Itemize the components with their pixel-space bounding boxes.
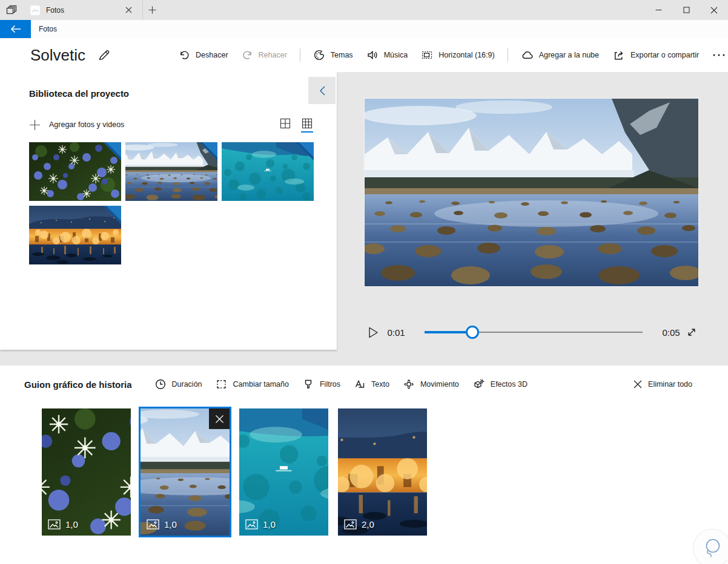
grid-view-large-button[interactable] xyxy=(300,117,314,133)
storyboard-item-harbor[interactable]: 2,0 xyxy=(338,408,427,536)
project-library-panel: Biblioteca del proyecto Agregar fotos y … xyxy=(0,72,337,350)
editor-toolbar: Deshacer Rehacer Temas xyxy=(172,44,728,67)
storyboard-header: Guion gráfico de historia Duración Cambi… xyxy=(0,366,728,403)
more-icon xyxy=(712,53,726,57)
duration-button[interactable]: Duración xyxy=(148,373,209,395)
music-button[interactable]: Música xyxy=(360,44,415,66)
image-icon xyxy=(245,519,258,530)
back-arrow-icon xyxy=(10,25,21,33)
fullscreen-button[interactable] xyxy=(685,324,698,340)
effects-3d-button[interactable]: Efectos 3D xyxy=(466,373,534,396)
navbar: Fotos xyxy=(0,20,728,38)
playback-controls: 0:01 0:05 xyxy=(365,319,698,346)
tab-close-button[interactable] xyxy=(119,0,137,20)
text-button[interactable]: Texto xyxy=(347,373,396,395)
collapse-panel-button[interactable] xyxy=(308,77,336,104)
themes-button[interactable]: Temas xyxy=(306,44,360,66)
storyboard-section: Guion gráfico de historia Duración Cambi… xyxy=(0,366,728,564)
filters-button[interactable]: Filtros xyxy=(296,373,347,395)
fullscreen-icon xyxy=(686,327,697,338)
close-x-icon xyxy=(633,379,643,389)
minimize-button[interactable] xyxy=(644,0,672,20)
item-duration-badge: 1,0 xyxy=(245,519,276,530)
image-icon xyxy=(344,519,357,530)
library-title: Biblioteca del proyecto xyxy=(29,88,337,99)
resize-icon xyxy=(216,378,228,390)
photos-app-icon xyxy=(30,5,40,15)
tab-title: Fotos xyxy=(46,6,113,15)
motion-icon xyxy=(403,378,415,390)
text-icon xyxy=(354,378,366,390)
slider-thumb[interactable] xyxy=(466,326,479,339)
toolbar-right-group: Agregar a la nube Exportar o compartir xyxy=(514,44,728,67)
library-thumbnails xyxy=(29,142,320,264)
storyboard-item-flowers[interactable]: 1,0 xyxy=(42,408,131,536)
storyboard-item-reef[interactable]: 1,0 xyxy=(239,408,328,536)
clock-icon xyxy=(154,378,167,390)
remove-item-button[interactable] xyxy=(209,408,230,429)
titlebar: Fotos xyxy=(0,0,728,20)
storyboard-title: Guion gráfico de historia xyxy=(24,379,132,390)
pencil-icon xyxy=(98,49,110,62)
added-fold-icon xyxy=(296,142,314,160)
storyboard-tools: Duración Cambiar tamaño Filtros xyxy=(148,373,534,396)
aspect-ratio-icon xyxy=(421,49,433,61)
total-time: 0:05 xyxy=(657,327,685,338)
editor-main-area: Biblioteca del proyecto Agregar fotos y … xyxy=(0,72,728,366)
app-tab-fotos[interactable]: Fotos xyxy=(23,0,143,20)
redo-icon xyxy=(242,50,253,61)
close-x-icon xyxy=(215,415,224,424)
undo-icon xyxy=(179,50,190,61)
added-fold-icon xyxy=(199,142,217,160)
close-window-button[interactable] xyxy=(700,0,728,20)
storyboard-item-lake[interactable]: 1,0 xyxy=(141,408,230,536)
play-button[interactable] xyxy=(365,324,382,341)
palette-icon xyxy=(313,49,325,61)
video-preview[interactable] xyxy=(365,99,698,286)
item-duration-badge: 1,0 xyxy=(147,519,177,530)
play-icon xyxy=(368,327,379,338)
item-duration-badge: 2,0 xyxy=(344,519,374,530)
library-actions-row: Agregar fotos y videos xyxy=(29,117,314,133)
motion-button[interactable]: Movimiento xyxy=(396,373,466,395)
cloud-icon xyxy=(521,49,534,62)
grid-view-small-button[interactable] xyxy=(279,117,292,133)
library-thumbnail-flowers[interactable] xyxy=(29,142,121,201)
solvetic-watermark xyxy=(693,529,728,564)
rename-project-button[interactable] xyxy=(95,47,113,64)
plus-icon xyxy=(29,119,41,131)
undo-button[interactable]: Deshacer xyxy=(172,45,235,66)
current-time: 0:01 xyxy=(382,327,410,338)
more-options-button[interactable] xyxy=(706,48,728,62)
added-fold-icon xyxy=(103,206,121,224)
new-tab-button[interactable] xyxy=(143,0,161,20)
window-controls xyxy=(644,0,728,20)
resize-button[interactable]: Cambiar tamaño xyxy=(209,373,296,395)
aspect-ratio-button[interactable]: Horizontal (16:9) xyxy=(414,44,501,66)
share-icon xyxy=(612,49,625,62)
cube-sparkle-icon xyxy=(472,378,485,391)
item-duration-badge: 1,0 xyxy=(48,519,78,530)
filter-icon xyxy=(302,378,314,390)
library-thumbnail-reef[interactable] xyxy=(222,142,314,201)
stacked-windows-icon xyxy=(5,4,18,16)
lightbulb-icon xyxy=(700,536,725,561)
sets-windows-button[interactable] xyxy=(0,0,23,20)
image-icon xyxy=(48,519,61,530)
storyboard-items: 1,0 1,0 1,0 xyxy=(42,408,427,536)
chevron-left-icon xyxy=(318,85,326,97)
speaker-icon xyxy=(366,49,379,61)
library-thumbnail-lake[interactable] xyxy=(125,142,217,201)
maximize-button[interactable] xyxy=(672,0,700,20)
add-media-button[interactable]: Agregar fotos y videos xyxy=(29,119,124,131)
project-header: Solvetic Deshacer Rehacer xyxy=(0,38,728,72)
clear-all-button[interactable]: Eliminar todo xyxy=(626,375,699,394)
seek-slider[interactable] xyxy=(425,325,643,339)
library-thumbnail-harbor[interactable] xyxy=(29,206,121,264)
redo-button[interactable]: Rehacer xyxy=(235,45,294,66)
add-to-cloud-button[interactable]: Agregar a la nube xyxy=(514,44,606,67)
toolbar-separator xyxy=(508,48,508,62)
export-share-button[interactable]: Exportar o compartir xyxy=(606,44,706,67)
breadcrumb: Fotos xyxy=(39,25,57,33)
back-button[interactable] xyxy=(0,20,31,38)
